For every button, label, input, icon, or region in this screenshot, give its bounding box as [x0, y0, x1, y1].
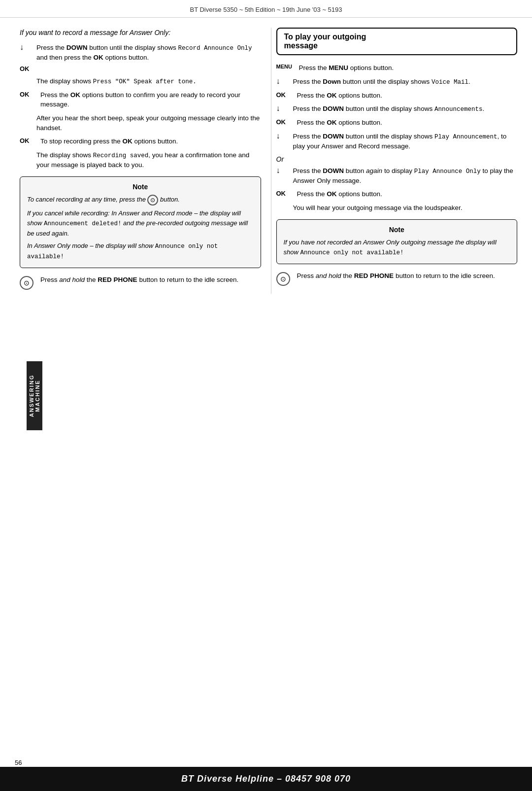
left-note-line-3: In Answer Only mode – the display will s… [27, 241, 254, 262]
ok-label-r1: OK [276, 91, 294, 99]
right-note-title: Note [284, 226, 510, 234]
helpline-bar: BT Diverse Helpline – 08457 908 070 [0, 767, 532, 791]
down-arrow-icon-5: ↓ [276, 166, 290, 174]
display-shows-2: The display shows Recording saved, you h… [36, 150, 261, 170]
right-column: To play your outgoing message MENU Press… [271, 28, 518, 294]
ok-label: OK [20, 65, 37, 72]
step-row-menu: MENU Press the MENU options button. [276, 63, 518, 73]
step-text-ok-stop: To stop recording press the OK options b… [40, 137, 261, 146]
page-content: If you want to record a message for Answ… [0, 18, 532, 299]
step-text-down: Press the DOWN button until the display … [36, 43, 261, 63]
section-title: To play your outgoing message [284, 33, 510, 50]
loudspeaker-text: You will hear your outgoing message via … [293, 203, 518, 213]
left-note-line-1: To cancel recording at any time, press t… [27, 195, 254, 206]
step-text-ok-r3: Press the OK options button. [297, 189, 518, 199]
ok-label-row: OK [20, 65, 261, 72]
phone-btn-left-footer: ⊙ [20, 276, 33, 290]
phone-btn-inline-1: ⊙ [147, 195, 158, 206]
step-text-down-again: Press the DOWN button again to display P… [293, 166, 518, 186]
step-row-down-announcements: ↓ Press the DOWN button until the displa… [276, 104, 518, 114]
step-row-ok-stop: OK To stop recording press the OK option… [20, 137, 261, 146]
step-row-ok-1: OK Press the OK options button. [276, 91, 518, 101]
step-row-ok-confirm: OK Press the OK options button to confir… [20, 90, 261, 109]
right-note-box: Note If you have not recorded an Answer … [276, 219, 518, 264]
page-header: BT Diverse 5350 ~ 5th Edition ~ 19th Jun… [0, 0, 532, 18]
ok-label-2: OK [20, 90, 37, 98]
ok-label-r3: OK [276, 189, 294, 197]
down-arrow-icon-3: ↓ [276, 104, 290, 112]
step-row-down-voicemail: ↓ Press the Down button until the displa… [276, 77, 518, 87]
section-title-box: To play your outgoing message [276, 28, 518, 55]
right-note-line-1: If you have not recorded an Answer Only … [284, 238, 510, 257]
step-row-down-play: ↓ Press the DOWN button until the displa… [276, 132, 518, 151]
helpline-text: BT Diverse Helpline – 08457 908 070 [181, 774, 351, 784]
page-number: 56 [15, 759, 22, 766]
left-intro: If you want to record a message for Answ… [20, 28, 261, 38]
after-beep-text: After you hear the short beep, speak you… [36, 113, 261, 133]
left-note-title: Note [27, 183, 254, 191]
side-tab: ANSWERING MACHINE [27, 361, 42, 430]
step-row-down-again: ↓ Press the DOWN button again to display… [276, 166, 518, 186]
left-note-box: Note To cancel recording at any time, pr… [20, 176, 261, 268]
down-arrow-icon-4: ↓ [276, 132, 290, 140]
ok-label-r2: OK [276, 118, 294, 126]
left-footer-step: ⊙ Press and hold the RED PHONE button to… [20, 275, 261, 290]
step-row-down-ok: ↓ Press the DOWN button until the displa… [20, 43, 261, 63]
down-arrow-icon-2: ↓ [276, 77, 290, 85]
right-footer-text: Press and hold the RED PHONE button to r… [297, 271, 518, 281]
menu-label: MENU [276, 63, 296, 69]
step-text-ok-r1: Press the OK options button. [297, 91, 518, 101]
step-text-down-play: Press the DOWN button until the display … [293, 132, 518, 151]
step-text-ok-r2: Press the OK options button. [297, 118, 518, 128]
step-text-down-announcements: Press the DOWN button until the display … [293, 104, 518, 114]
right-footer-step: ⊙ Press and hold the RED PHONE button to… [276, 271, 518, 286]
ok-label-3: OK [20, 137, 37, 144]
step-text-down-voicemail: Press the Down button until the display … [293, 77, 518, 87]
left-footer-text: Press and hold the RED PHONE button to r… [40, 275, 261, 285]
left-column: If you want to record a message for Answ… [15, 28, 261, 294]
header-title: BT Diverse 5350 ~ 5th Edition ~ 19th Jun… [190, 6, 342, 13]
phone-btn-right-footer: ⊙ [276, 272, 290, 286]
display-shows-1: The display shows Press "OK" Speak after… [36, 76, 261, 86]
step-text-menu: Press the MENU options button. [299, 63, 518, 73]
down-arrow-icon: ↓ [20, 43, 33, 51]
left-note-line-2: If you cancel while recording: In Answer… [27, 208, 254, 238]
step-row-ok-3: OK Press the OK options button. [276, 189, 518, 199]
or-divider: Or [276, 155, 518, 163]
step-row-ok-2: OK Press the OK options button. [276, 118, 518, 128]
step-text-ok-confirm: Press the OK options button to confirm y… [40, 90, 261, 109]
